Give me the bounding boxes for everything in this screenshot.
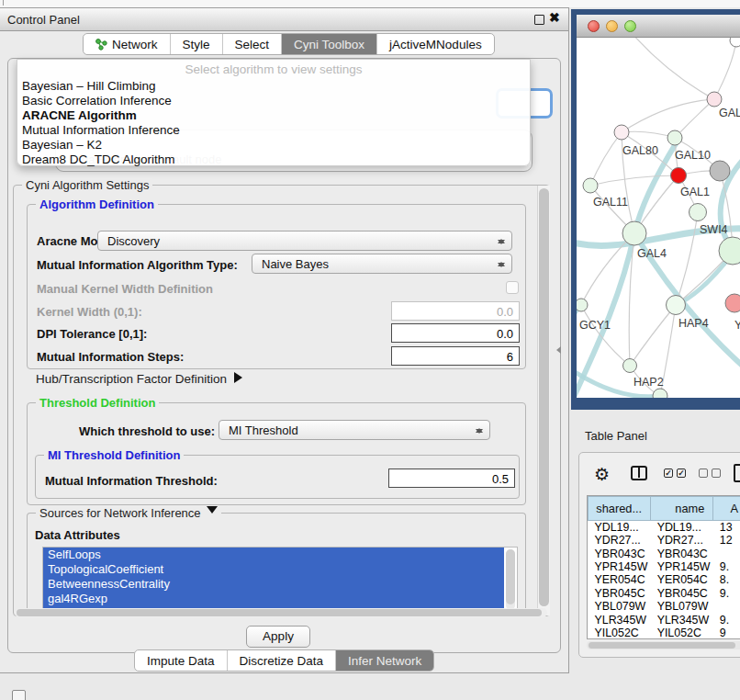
table-cell[interactable]: YPR145W (651, 560, 713, 573)
node-top-partial[interactable] (730, 38, 740, 47)
mi-type-combobox[interactable]: Naive Bayes (252, 254, 512, 274)
node-table[interactable]: shared...nameAYDL19...YDL19...13YDR27...… (587, 495, 740, 639)
table-row[interactable]: YDL19...YDL19...13 (589, 521, 740, 535)
hub-definition-toggle[interactable]: Hub/Transcription Factor Definition (36, 372, 248, 386)
table-cell[interactable]: 8. (713, 573, 740, 586)
settings-hscrollbar[interactable] (15, 608, 547, 617)
data-attribute-item[interactable]: BetweennessCentrality (43, 577, 504, 592)
zoom-traffic-light-icon[interactable] (624, 20, 636, 32)
algorithm-item[interactable]: ARACNE Algorithm (22, 108, 518, 123)
node-salmon[interactable] (725, 294, 740, 312)
table-cell[interactable]: YIL052C (651, 627, 713, 639)
dpi-tolerance-field[interactable]: 0.0 (391, 323, 520, 343)
table-cell[interactable]: YDL19... (651, 521, 713, 535)
table-cell[interactable] (713, 600, 740, 613)
tab-impute-data[interactable]: Impute Data (135, 650, 228, 671)
table-cell[interactable]: 9. (713, 613, 740, 626)
table-cell[interactable]: 9 (713, 627, 740, 639)
table-cell[interactable]: YER054C (651, 573, 713, 586)
table-cell[interactable]: 9. (713, 560, 740, 573)
network-edge[interactable] (630, 305, 676, 366)
table-hscroll-thumb[interactable] (589, 642, 735, 649)
table-cell[interactable] (713, 547, 740, 559)
node-gray[interactable] (710, 161, 730, 181)
kernel-width-field[interactable]: 0.0 (391, 301, 520, 321)
minimize-traffic-light-icon[interactable] (606, 20, 618, 32)
table-cell[interactable]: YPR145W (589, 560, 651, 573)
algorithm-item[interactable]: Basic Correlation Inference (22, 94, 518, 108)
attr-list-vscrollbar[interactable] (506, 549, 515, 610)
node-gcy1[interactable] (577, 299, 588, 311)
deselect-checkbox2-icon[interactable] (712, 469, 721, 478)
tab-cyni-toolbox[interactable]: Cyni Toolbox (282, 34, 377, 54)
tab-infer-network[interactable]: Infer Network (336, 650, 433, 671)
table-cell[interactable]: YLR345W (651, 613, 713, 626)
network-edge[interactable] (622, 99, 714, 132)
settings-vscrollbar[interactable] (537, 186, 550, 615)
table-row[interactable]: YBL079WYBL079W (589, 600, 740, 613)
table-row[interactable]: YLR345WYLR345W9. (589, 613, 740, 626)
node-hap4[interactable] (667, 296, 686, 315)
tab-style[interactable]: Style (171, 34, 223, 54)
table-cell[interactable]: YBR043C (651, 547, 713, 559)
table-cell[interactable]: YBL079W (651, 600, 713, 613)
sources-title[interactable]: Sources for Network Inference (36, 506, 221, 520)
select-all-checkbox2-icon[interactable]: ✓ (677, 469, 686, 478)
table-cell[interactable]: YBR045C (589, 587, 651, 600)
tab-select[interactable]: Select (223, 34, 283, 54)
network-edge[interactable] (581, 305, 630, 366)
table-row[interactable]: YER054CYER054C8. (589, 573, 740, 586)
table-cell[interactable]: YDL19... (589, 521, 651, 535)
data-attribute-item[interactable]: SelfLoops (43, 548, 504, 562)
table-cell[interactable]: YDR27... (589, 534, 651, 547)
data-attribute-item[interactable]: gal4RGexp (43, 592, 504, 606)
table-cell[interactable]: 12 (713, 534, 740, 547)
node-bottom[interactable] (653, 389, 667, 398)
table-column-header[interactable]: name (651, 497, 713, 521)
tab-network[interactable]: Network (84, 34, 171, 54)
table-cell[interactable]: YBR043C (589, 547, 651, 559)
node-hap2[interactable] (623, 359, 637, 373)
table-cell[interactable]: 13 (713, 521, 740, 535)
table-row[interactable]: YBR045CYBR045C9. (589, 587, 740, 600)
data-attributes-list[interactable]: SelfLoopsTopologicalCoefficientBetweenne… (42, 547, 518, 615)
node-gal-pink[interactable] (707, 92, 722, 107)
close-traffic-light-icon[interactable] (588, 20, 600, 32)
algorithm-item[interactable]: Bayesian – K2 (22, 138, 518, 152)
tab-jactivemnodules[interactable]: jActiveMNodules (377, 34, 494, 54)
control-panel-titlebar[interactable]: Control Panel ✖ (0, 8, 568, 31)
tab-discretize-data[interactable]: Discretize Data (228, 650, 337, 671)
aracne-mode-combobox[interactable]: Discovery (97, 231, 512, 251)
manual-kernel-checkbox[interactable] (506, 281, 519, 294)
algorithm-item[interactable]: Bayesian – Hill Climbing (22, 79, 518, 94)
node-gal4[interactable] (622, 221, 646, 245)
node-gal10[interactable] (667, 130, 682, 145)
columns-icon[interactable] (631, 466, 647, 480)
table-column-header[interactable]: shared... (589, 497, 651, 521)
table-row[interactable]: YPR145WYPR145W9. (589, 560, 740, 573)
mi-threshold-field[interactable]: 0.5 (388, 469, 515, 488)
table-row[interactable]: YDR27...YDR27...12 (589, 534, 740, 547)
splitpane-collapse-icon[interactable] (553, 346, 561, 354)
network-edge[interactable] (590, 175, 678, 186)
node-right-large[interactable] (719, 237, 740, 265)
deselect-checkbox-icon[interactable] (699, 469, 708, 478)
select-all-checkbox-icon[interactable]: ✓ (664, 469, 673, 478)
close-icon[interactable]: ✖ (549, 10, 560, 25)
table-column-header[interactable]: A (713, 497, 740, 521)
table-cell[interactable]: YBL079W (589, 600, 651, 613)
float-window-icon[interactable] (534, 15, 544, 25)
settings-vscroll-thumb[interactable] (539, 188, 549, 606)
network-edge[interactable] (632, 38, 714, 99)
table-cell[interactable]: 9. (713, 587, 740, 600)
which-threshold-combobox[interactable]: MI Threshold (219, 420, 490, 440)
table-cell[interactable]: YDR27... (651, 534, 713, 547)
algorithm-item[interactable]: Dream8 DC_TDC Algorithm (22, 152, 518, 167)
node-red[interactable] (671, 168, 687, 184)
table-cell[interactable]: YER054C (589, 573, 651, 586)
table-cell[interactable]: YLR345W (589, 613, 651, 626)
network-window-titlebar[interactable] (577, 15, 740, 38)
data-attribute-item[interactable]: TopologicalCoefficient (43, 562, 504, 577)
table-cell[interactable]: YIL052C (589, 627, 651, 639)
table-row[interactable]: YBR043CYBR043C (589, 547, 740, 559)
